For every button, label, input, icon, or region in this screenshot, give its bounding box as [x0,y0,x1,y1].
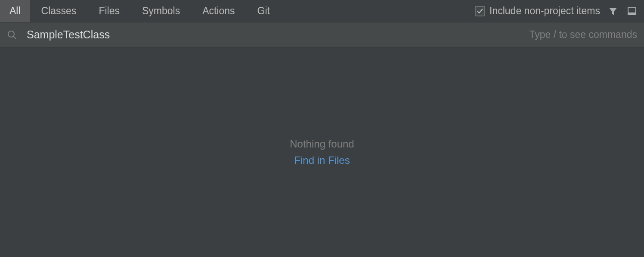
tab-files[interactable]: Files [87,0,131,22]
tab-label: Actions [202,5,235,17]
tab-label: Classes [41,5,77,17]
tab-actions[interactable]: Actions [191,0,246,22]
tabs-bar: All Classes Files Symbols Actions Git In… [0,0,644,22]
empty-results-message: Nothing found [290,138,354,150]
search-input[interactable] [27,28,522,41]
tab-git[interactable]: Git [246,0,281,22]
find-in-files-link[interactable]: Find in Files [294,154,350,166]
tabs-right-group: Include non-project items [475,5,644,17]
include-non-project-checkbox[interactable]: Include non-project items [475,5,600,17]
tab-classes[interactable]: Classes [30,0,88,22]
checkbox-box [475,6,485,16]
checkbox-label: Include non-project items [489,5,600,17]
tabs-left-group: All Classes Files Symbols Actions Git [0,0,281,22]
filter-button[interactable] [607,5,619,17]
open-in-tool-window-button[interactable] [626,5,638,17]
tab-label: Files [99,5,120,17]
window-icon [627,6,637,16]
svg-point-2 [8,31,14,37]
checkmark-icon [477,8,483,15]
tab-label: All [9,5,21,17]
tab-all[interactable]: All [0,0,30,22]
search-hint: Type / to see commands [529,29,637,41]
tab-label: Symbols [142,5,180,17]
search-icon [7,30,17,40]
search-bar: Type / to see commands [0,22,644,47]
svg-rect-1 [628,13,636,15]
results-area: Nothing found Find in Files [0,47,644,257]
tab-symbols[interactable]: Symbols [131,0,191,22]
funnel-icon [608,6,618,16]
svg-line-3 [13,36,16,39]
tab-label: Git [257,5,270,17]
